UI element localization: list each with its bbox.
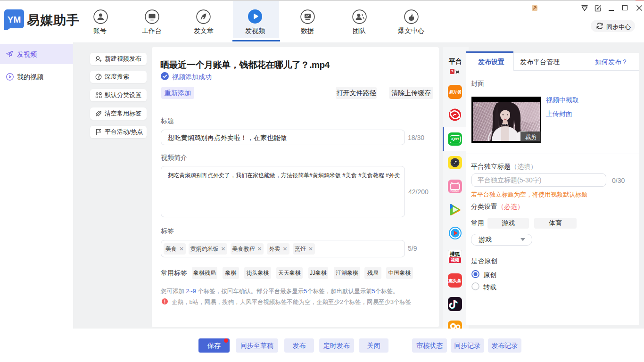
svg-text:YM: YM bbox=[8, 15, 21, 25]
svg-text:bilibili: bilibili bbox=[451, 189, 460, 193]
